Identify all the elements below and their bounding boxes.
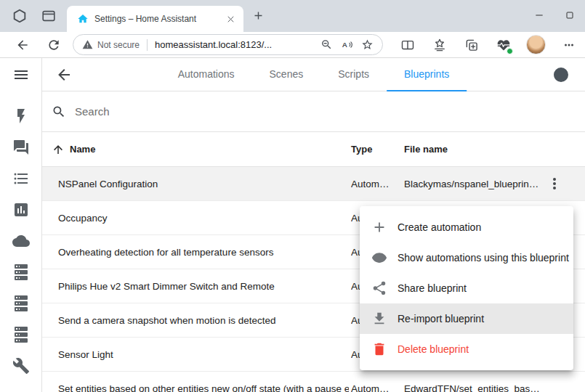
profile-avatar[interactable]	[526, 35, 546, 54]
workspaces-icon[interactable]	[12, 8, 28, 24]
maximize-icon	[564, 9, 576, 21]
refresh-button[interactable]	[47, 38, 61, 52]
menu-item-label: Re-import blueprint	[398, 313, 484, 324]
sidebar-icon-list	[0, 107, 41, 375]
ha-tab-bar: Automations Scenes Scripts Blueprints	[161, 58, 467, 91]
menu-item-reimport-blueprint[interactable]: Re-import blueprint	[360, 303, 573, 334]
row-name: Send a camera snapshot when motion is de…	[58, 303, 349, 337]
sort-ascending-icon[interactable]	[52, 143, 65, 156]
tab-blueprints[interactable]: Blueprints	[387, 58, 467, 91]
row-type: Autom…	[351, 372, 399, 392]
eye-icon	[371, 250, 387, 266]
context-menu: Create automation Show automations using…	[360, 206, 573, 370]
address-bar[interactable]: Not secure homeassistant.local:8123/... …	[73, 34, 383, 55]
zoom-out-icon[interactable]	[320, 38, 333, 51]
server-icon[interactable]	[12, 295, 30, 312]
cloud-icon[interactable]	[12, 232, 30, 250]
column-header-file[interactable]: File name	[404, 132, 448, 166]
menu-item-create-automation[interactable]: Create automation	[360, 212, 573, 242]
browser-back-button[interactable]	[15, 38, 30, 52]
url-text[interactable]: homeassistant.local:8123/...	[155, 39, 312, 50]
server-icon[interactable]	[12, 264, 30, 281]
column-header-name[interactable]: Name	[70, 132, 95, 166]
collections-icon[interactable]	[464, 38, 479, 52]
menu-item-label: Show automations using this blueprint	[398, 252, 569, 264]
essentials-status-badge	[507, 48, 513, 54]
row-file: EdwardTFN/set_entities_bas…	[404, 372, 560, 392]
ha-sidebar	[0, 58, 42, 392]
ha-back-button[interactable]	[55, 66, 73, 83]
minimize-icon	[533, 9, 545, 21]
favorites-hub-icon[interactable]	[432, 38, 447, 52]
chat-icon[interactable]	[12, 139, 30, 156]
hamburger-menu-icon[interactable]	[12, 66, 30, 83]
search-row	[42, 91, 585, 132]
row-type: Autom…	[351, 167, 399, 200]
browser-essentials-icon[interactable]	[496, 38, 511, 52]
new-tab-button[interactable]	[252, 9, 265, 22]
tab-actions-icon[interactable]	[41, 8, 57, 24]
tab-strip: Settings – Home Assistant	[0, 0, 585, 32]
row-name: Philips Hue v2 Smart Dimmer Switch and R…	[58, 269, 349, 303]
row-overflow-menu-icon[interactable]	[546, 175, 563, 192]
wrench-icon[interactable]	[12, 357, 30, 375]
maximize-button[interactable]	[554, 1, 585, 29]
table-row[interactable]: NSPanel Configuration Autom… Blackymas/n…	[42, 167, 585, 201]
plus-icon	[371, 219, 387, 235]
row-name: Set entities based on other entities new…	[58, 372, 349, 392]
minimize-button[interactable]	[523, 1, 555, 29]
table-row[interactable]: Set entities based on other entities new…	[42, 372, 585, 392]
security-label[interactable]: Not secure	[97, 40, 140, 50]
tab-scenes[interactable]: Scenes	[252, 58, 321, 91]
download-icon	[371, 311, 387, 327]
menu-item-label: Delete blueprint	[398, 343, 469, 355]
browser-tab[interactable]: Settings – Home Assistant	[67, 6, 243, 32]
table-header: Name Type File name	[42, 132, 585, 167]
menu-item-show-automations[interactable]: Show automations using this blueprint	[360, 242, 573, 273]
home-assistant-logo-icon	[77, 13, 89, 25]
server-icon[interactable]	[12, 326, 30, 343]
help-icon[interactable]	[552, 66, 570, 83]
trash-icon	[371, 341, 387, 357]
menu-item-delete-blueprint[interactable]: Delete blueprint	[360, 334, 573, 364]
list-icon[interactable]	[12, 170, 30, 187]
row-name: Occupancy	[58, 201, 349, 234]
menu-item-label: Share blueprint	[398, 282, 467, 294]
tab-close-icon[interactable]	[225, 14, 236, 25]
lightning-bolt-icon[interactable]	[12, 107, 30, 125]
ha-header: Automations Scenes Scripts Blueprints	[42, 58, 585, 91]
tab-automations[interactable]: Automations	[161, 58, 252, 91]
menu-item-label: Create automation	[398, 221, 481, 233]
navigation-bar: Not secure homeassistant.local:8123/... …	[0, 32, 585, 58]
read-aloud-icon[interactable]: A	[341, 38, 353, 51]
row-name: Overheating detection for all temperatur…	[58, 235, 349, 269]
favorite-star-icon[interactable]	[361, 38, 374, 51]
search-icon	[52, 105, 66, 119]
search-input[interactable]	[75, 105, 563, 118]
row-file: Blackymas/nspanel_blueprin…	[404, 167, 560, 200]
split-screen-icon[interactable]	[400, 38, 415, 52]
share-icon	[371, 280, 387, 296]
bar-chart-icon[interactable]	[12, 201, 30, 219]
row-name: NSPanel Configuration	[58, 167, 349, 200]
tab-scripts[interactable]: Scripts	[320, 58, 387, 91]
not-secure-warning-icon[interactable]	[82, 39, 93, 50]
tab-title: Settings – Home Assistant	[94, 14, 221, 24]
address-divider	[147, 39, 148, 51]
browser-menu-icon[interactable]	[562, 38, 576, 52]
menu-item-share-blueprint[interactable]: Share blueprint	[360, 273, 573, 303]
browser-window: Settings – Home Assistant Not secure hom…	[0, 0, 585, 392]
column-header-type[interactable]: Type	[351, 132, 372, 166]
row-name: Sensor Light	[58, 338, 349, 371]
svg-text:A: A	[342, 41, 347, 49]
